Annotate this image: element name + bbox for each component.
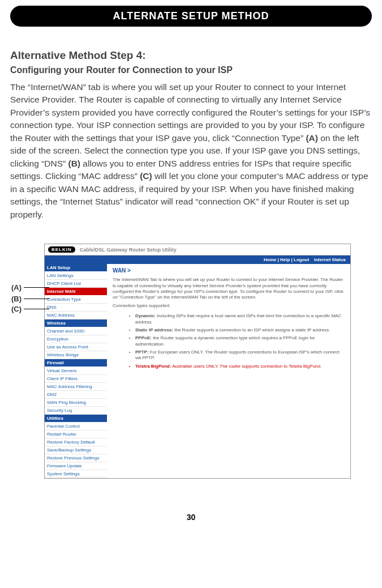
- sidebar-header-utilities: Utilities: [45, 415, 107, 423]
- sidebar-ipfilter[interactable]: Client IP Filters: [45, 375, 107, 383]
- bullet-telstra: Telstra BigPond: Australian users ONLY. …: [135, 364, 345, 369]
- sidebar-system[interactable]: System Settings: [45, 470, 107, 478]
- content-intro: The Internet/WAN Tab is where you will s…: [113, 277, 345, 301]
- sidebar-dmz[interactable]: DMZ: [45, 391, 107, 399]
- sidebar-lan-settings[interactable]: LAN Settings: [45, 272, 107, 280]
- sub-title: Configuring your Router for Connection t…: [10, 65, 372, 75]
- sidebar-seclog[interactable]: Security Log: [45, 407, 107, 415]
- content-supported: Connection types supported:: [113, 303, 345, 309]
- callout-c: (C): [11, 305, 49, 313]
- belkin-logo: BELKIN: [48, 246, 75, 253]
- sidebar-factory[interactable]: Restore Factory Default: [45, 438, 107, 446]
- sidebar-channel[interactable]: Channel and SSID: [45, 327, 107, 335]
- figure-wrapper: (A) (B) (C) BELKIN Cable/DSL Gateway Rou…: [44, 244, 372, 479]
- sidebar-backup[interactable]: Save/Backup Settings: [45, 446, 107, 454]
- bullet-pppoe: PPPoE: the Router supports a dynamic con…: [135, 335, 345, 347]
- sidebar-vservers[interactable]: Virtual Servers: [45, 367, 107, 375]
- bullet-static: Static IP address: the Router supports a…: [135, 327, 345, 333]
- callout-b: (B): [11, 295, 49, 303]
- bullet-dynamic: Dynamic: including ISPs that require a h…: [135, 313, 345, 325]
- sidebar-encryption[interactable]: Encryption: [45, 335, 107, 343]
- sidebar-dns[interactable]: DNS: [45, 304, 107, 312]
- sidebar-header-firewall: Firewall: [45, 359, 107, 367]
- callout-a: (A): [11, 283, 49, 292]
- step-title: Alternative Method Step 4:: [10, 49, 372, 62]
- window-title: Cable/DSL Gateway Router Setup Utility: [80, 247, 177, 253]
- content-pane: WAN > The Internet/WAN Tab is where you …: [107, 264, 350, 478]
- sidebar-firmware[interactable]: Firmware Update: [45, 462, 107, 470]
- sidebar-macfilter[interactable]: MAC Address Filtering: [45, 383, 107, 391]
- content-heading: WAN >: [113, 267, 345, 274]
- sidebar-parental[interactable]: Parental Control: [45, 423, 107, 431]
- router-ui-screenshot: BELKIN Cable/DSL Gateway Router Setup Ut…: [44, 244, 351, 479]
- sidebar-ping[interactable]: WAN Ping Blocking: [45, 399, 107, 407]
- sidebar-restart[interactable]: Restart Router: [45, 431, 107, 438]
- sidebar-mac[interactable]: MAC Address: [45, 312, 107, 319]
- sidebar-restore-prev[interactable]: Restore Previous Settings: [45, 454, 107, 462]
- sidebar-dhcp[interactable]: DHCP Client List: [45, 280, 107, 288]
- body-paragraph: The “Internet/WAN” tab is where you will…: [10, 81, 372, 221]
- sidebar-header-wan: Internet WAN: [45, 288, 107, 296]
- top-nav: Home | Help | Logout Internet Status: [45, 255, 350, 264]
- sidebar-header-lan: LAN Setup: [45, 264, 107, 272]
- sidebar-bridge[interactable]: Wireless Bridge: [45, 351, 107, 359]
- sidebar-connection-type[interactable]: Connection Type: [45, 296, 107, 304]
- page-number: 30: [10, 513, 372, 522]
- sidebar-access-point[interactable]: Use as Access Point: [45, 343, 107, 351]
- section-banner: ALTERNATE SETUP METHOD: [10, 6, 372, 27]
- sidebar-header-wireless: Wireless: [45, 319, 107, 327]
- bullet-pptp: PPTP: For European users ONLY. The Route…: [135, 350, 345, 361]
- sidebar: LAN Setup LAN Settings DHCP Client List …: [45, 264, 107, 478]
